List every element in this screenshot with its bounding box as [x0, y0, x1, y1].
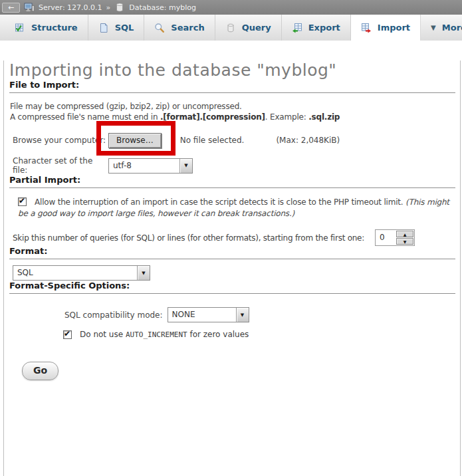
server-icon [24, 2, 35, 13]
max-upload-size: (Max: 2,048KiB) [276, 136, 340, 145]
charset-selected-value: utf-8 [109, 159, 179, 173]
tab-export[interactable]: Export [282, 15, 351, 41]
section-partial-import: Partial Import: ✔Allow the interruption … [9, 175, 456, 246]
tab-bar: Structure SQL Search Query Export Import… [0, 15, 462, 41]
example-label: . Example: [265, 112, 308, 122]
skip-queries-stepper[interactable]: 0 ▲ ▼ [375, 229, 415, 246]
stepper-up-icon[interactable]: ▲ [396, 231, 413, 237]
breadcrumb-bar: ← Server: 127.0.0.1 » Database: myblog [0, 0, 462, 15]
tab-more[interactable]: ▼ More [421, 15, 462, 41]
auto-increment-code: AUTO_INCREMENT [126, 330, 187, 339]
tab-search[interactable]: Search [144, 15, 215, 41]
tab-label: More [442, 23, 462, 33]
go-button[interactable]: Go [22, 362, 58, 380]
tab-label: Query [242, 23, 271, 33]
sql-compatibility-select[interactable]: NONE ▼ [168, 307, 249, 322]
database-icon [114, 2, 125, 13]
partial-import-heading: Partial Import: [9, 175, 455, 188]
allow-interruption-label: Allow the interruption of an import in c… [35, 197, 405, 207]
format-specific-options-heading: Format-Specific Options: [9, 281, 455, 294]
page-title: Importing into the database "myblog" [9, 60, 456, 80]
allow-interruption-checkbox[interactable]: ✔ [18, 197, 27, 206]
auto-increment-label: Do not use AUTO_INCREMENT for zero value… [80, 330, 249, 339]
compression-note-line1: File may be compressed (gzip, bzip2, zip… [10, 102, 242, 111]
tab-structure[interactable]: Structure [5, 15, 88, 41]
compression-note-line2: A compressed file's name must end in [10, 112, 160, 122]
format-row: SQL ▼ [13, 265, 456, 281]
tab-label: SQL [115, 23, 134, 33]
skip-queries-value: 0 [376, 230, 396, 245]
chevron-down-icon[interactable]: ▼ [137, 266, 150, 280]
back-button[interactable]: ← [2, 3, 20, 13]
sql-icon [98, 23, 109, 33]
charset-row: Character set of the file: utf-8 ▼ [13, 156, 456, 175]
section-file-to-import: File to Import: File may be compressed (… [9, 80, 456, 175]
chevron-down-icon[interactable]: ▼ [179, 159, 192, 173]
search-icon [154, 23, 165, 33]
checkmark-icon: ✔ [19, 196, 25, 205]
sql-compatibility-label: SQL compatibility mode: [64, 310, 163, 320]
charset-select[interactable]: utf-8 ▼ [108, 158, 193, 174]
tab-label: Export [308, 23, 340, 33]
sql-compatibility-row: SQL compatibility mode: NONE ▼ [13, 307, 456, 322]
import-icon [361, 23, 372, 33]
browse-label: Browse your computer: [13, 136, 108, 145]
tab-query[interactable]: Query [215, 15, 282, 41]
allow-interruption-row: ✔Allow the interruption of an import in … [18, 197, 456, 219]
sql-compatibility-value: NONE [168, 308, 236, 322]
compression-note: File may be compressed (gzip, bzip2, zip… [10, 101, 456, 122]
stepper-down-icon[interactable]: ▼ [396, 238, 413, 245]
auto-increment-checkbox[interactable]: ✔ [63, 330, 72, 339]
back-arrow-icon: ← [8, 4, 14, 11]
tab-label: Structure [31, 23, 78, 33]
example-extension: .sql.zip [308, 112, 340, 122]
import-page: Importing into the database "myblog" Fil… [3, 60, 461, 476]
tab-import[interactable]: Import [351, 15, 421, 41]
tab-sql[interactable]: SQL [88, 15, 145, 41]
format-heading: Format: [9, 246, 455, 259]
section-format-specific-options: Format-Specific Options: SQL compatibili… [9, 281, 456, 339]
format-selected-value: SQL [13, 266, 137, 280]
charset-label: Character set of the file: [13, 156, 108, 175]
breadcrumb-separator: » [106, 3, 111, 12]
browse-file-row: Browse your computer: Browse… No file se… [13, 132, 456, 149]
tab-label: Import [378, 23, 410, 33]
format-compression-pattern: .[format].[compression] [160, 112, 265, 122]
chevron-down-icon[interactable]: ▼ [236, 308, 249, 322]
structure-icon [15, 23, 25, 33]
skip-queries-row: Skip this number of queries (for SQL) or… [13, 229, 456, 246]
skip-queries-label: Skip this number of queries (for SQL) or… [13, 233, 364, 243]
auto-increment-row: ✔Do not use AUTO_INCREMENT for zero valu… [13, 330, 456, 339]
submit-row: Go [9, 362, 456, 380]
file-to-import-heading: File to Import: [9, 80, 455, 93]
export-icon [292, 23, 302, 33]
tab-label: Search [171, 23, 204, 33]
format-select[interactable]: SQL ▼ [13, 265, 150, 281]
breadcrumb-database[interactable]: Database: myblog [129, 3, 196, 12]
browse-button[interactable]: Browse… [108, 133, 162, 148]
breadcrumb-server[interactable]: Server: 127.0.0.1 [39, 3, 102, 12]
query-icon [225, 23, 236, 33]
chevron-down-icon: ▼ [431, 24, 436, 31]
no-file-selected-text: No file selected. [180, 136, 245, 145]
checkmark-icon: ✔ [64, 329, 70, 338]
section-format: Format: SQL ▼ [9, 246, 456, 281]
